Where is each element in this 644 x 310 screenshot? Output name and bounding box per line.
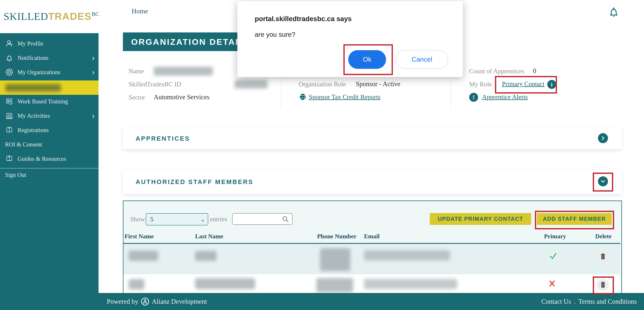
redacted-phone: [320, 248, 350, 271]
primary-contact-link[interactable]: Primary Contact: [502, 80, 544, 88]
primary-check-icon: [548, 251, 558, 260]
org-name-label: Name: [128, 68, 144, 75]
redacted-organization-name: [5, 84, 61, 92]
chevron-right-icon: ›: [92, 112, 94, 120]
alianz-logo-icon: [141, 297, 150, 306]
ok-button[interactable]: Ok: [348, 50, 386, 69]
chevron-right-icon: ›: [92, 68, 94, 76]
entries-select-value: 5: [150, 216, 153, 223]
powered-by-label: Powered by: [107, 298, 138, 305]
sidebar-item-my-activities[interactable]: My Activities ›: [0, 110, 98, 121]
add-staff-member-button[interactable]: ADD STAFF MEMBER: [537, 213, 612, 225]
svg-text:$: $: [7, 99, 8, 102]
printer-icon: [299, 93, 307, 101]
sidebar-item-label: My Activities: [18, 112, 50, 119]
dialog-title: portal.skilledtradesbc.ca says: [255, 15, 352, 23]
col-header-primary: Primary: [544, 233, 566, 240]
cancel-button[interactable]: Cancel: [396, 50, 448, 69]
chevron-down-icon: ⌄: [200, 216, 206, 223]
apprentice-alerts-link[interactable]: Apprentice Alerts: [482, 93, 528, 101]
entries-label: entries: [210, 216, 227, 223]
company-name: Alianz Development: [152, 298, 207, 305]
delete-staff-button[interactable]: [597, 251, 609, 262]
sidebar-item-my-profile[interactable]: My Profile: [0, 38, 98, 49]
update-primary-contact-button[interactable]: UPDATE PRIMARY CONTACT: [430, 213, 531, 225]
sidebar-item-roi-consent[interactable]: ROI & Consent: [0, 139, 98, 150]
logo-skilled: SKILLED: [4, 10, 48, 22]
footer: Powered by Alianz Development Contact Us…: [0, 293, 644, 310]
primary-x-icon: [548, 279, 556, 288]
staff-members-heading: AUTHORIZED STAFF MEMBERS: [136, 178, 254, 186]
my-role-label: My Role: [469, 80, 492, 88]
org-role-label: Organization Role: [298, 80, 346, 88]
sidebar-item-notifications[interactable]: Notifications ›: [0, 52, 98, 64]
col-header-phone-number: Phone Number: [317, 233, 356, 240]
column-divider: [450, 77, 451, 108]
sign-out-label: Sign Out: [5, 172, 26, 178]
sidebar-item-label: Notifications: [18, 55, 48, 61]
sidebar-item-label: Work Based Training: [18, 98, 68, 105]
trash-icon: [600, 253, 606, 260]
user-icon: [5, 39, 14, 48]
chevron-right-icon: [600, 136, 606, 141]
notification-bell-icon[interactable]: [609, 7, 619, 18]
org-id-label: SkilledTradesBC ID: [128, 80, 181, 88]
sidebar-item-selected-organization[interactable]: [0, 80, 98, 95]
bell-icon: [5, 54, 14, 62]
apprentices-heading: APPRENTICES: [136, 135, 190, 142]
book-icon: [5, 126, 14, 134]
browser-confirm-dialog: portal.skilledtradesbc.ca says are you s…: [237, 1, 463, 77]
trash-icon: [600, 282, 606, 288]
delete-staff-button[interactable]: [597, 279, 609, 291]
skilledtradesbc-logo: SKILLEDTRADESBC: [4, 10, 99, 22]
sidebar-item-label: My Organizations: [18, 69, 60, 76]
column-divider: [281, 77, 281, 108]
skilledtradesbc-portal: SKILLEDTRADESBC Home My Profile Notifica…: [0, 0, 644, 310]
footer-separator: .: [574, 298, 576, 305]
sponsor-tax-credit-reports-link[interactable]: Sponsor Tax Credit Reports: [309, 93, 380, 101]
apprentices-expand-button[interactable]: [598, 133, 608, 143]
footer-links: Contact Us . Terms and Conditions: [541, 293, 637, 310]
sidebar-item-registrations[interactable]: Registrations: [0, 124, 98, 136]
apprentice-count-label: Count of Apprentices: [469, 68, 524, 75]
redacted-first-name: [128, 279, 144, 290]
dialog-message: are you sure?: [255, 31, 295, 38]
redacted-email: [364, 279, 457, 289]
sidebar: My Profile Notifications › My Organizati…: [0, 33, 98, 310]
sidebar-item-guides-resources[interactable]: Guides & Resources: [0, 153, 98, 164]
redacted-email: [364, 250, 450, 260]
book-icon: [5, 154, 14, 163]
terms-conditions-link[interactable]: Terms and Conditions: [578, 298, 637, 305]
page-title: ORGANIZATION DETAILS: [131, 37, 251, 47]
org-role-value: Sponsor - Active: [356, 80, 400, 88]
laptop-icon: [5, 112, 14, 120]
search-icon: [282, 216, 290, 223]
staff-members-section: AUTHORIZED STAFF MEMBERS: [123, 170, 622, 194]
logo-bc: BC: [92, 11, 99, 18]
col-header-first-name: First Name: [124, 233, 154, 240]
info-icon[interactable]: i: [547, 80, 556, 89]
sidebar-divider: [0, 168, 98, 168]
chevron-right-icon: ›: [92, 54, 94, 62]
redacted-first-name: [128, 250, 158, 261]
org-sector-value: Automotive Services: [154, 93, 210, 101]
footer-powered-by: Powered by Alianz Development: [107, 293, 207, 310]
staff-members-collapse-button[interactable]: [598, 176, 608, 186]
sidebar-item-label: My Profile: [18, 40, 43, 47]
sidebar-item-my-organizations[interactable]: My Organizations ›: [0, 67, 98, 78]
redacted-phone: [316, 278, 353, 292]
col-header-email: Email: [364, 233, 380, 240]
sidebar-item-work-based-training[interactable]: $ Work Based Training: [0, 96, 98, 107]
home-link[interactable]: Home: [132, 7, 148, 15]
redacted-last-name: [195, 251, 216, 261]
redacted-org-name-value: [154, 67, 213, 76]
apprentices-section: APPRENTICES: [123, 128, 622, 149]
col-header-delete: Delete: [595, 233, 612, 240]
entries-select[interactable]: 5 ⌄: [146, 213, 208, 226]
sidebar-sign-out[interactable]: Sign Out: [0, 169, 98, 180]
contact-us-link[interactable]: Contact Us: [541, 298, 571, 305]
sidebar-item-label: Guides & Resources: [18, 156, 66, 162]
sidebar-item-label: Registrations: [18, 127, 49, 134]
logo-trades: TRADES: [48, 10, 92, 22]
alert-icon: !: [469, 93, 478, 102]
